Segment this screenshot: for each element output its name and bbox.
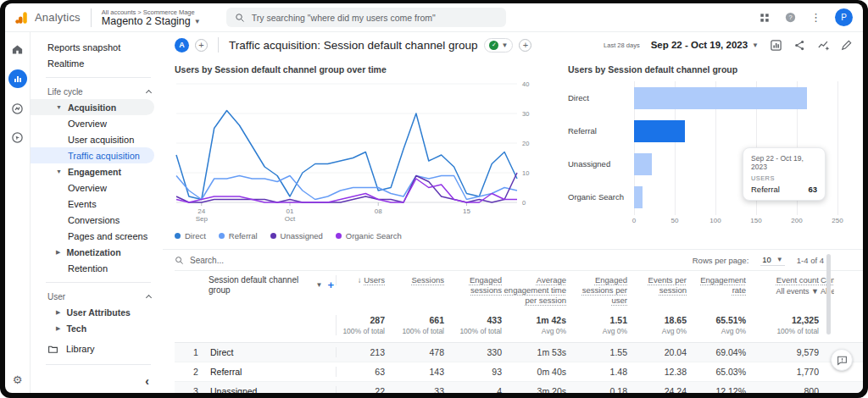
add-workspace-button[interactable]: +: [195, 39, 208, 52]
bar-row-direct: Direct: [568, 81, 841, 114]
workspace-badge[interactable]: A: [175, 38, 189, 53]
column-header-users[interactable]: ↓ Users: [336, 275, 387, 285]
column-header-sessions[interactable]: Sessions: [387, 275, 446, 285]
apps-grid-icon[interactable]: [759, 12, 771, 24]
row-number: 3: [193, 386, 200, 393]
row-value-cell: 65.03%: [688, 367, 748, 377]
tooltip-date: Sep 22 - Oct 19, 2023: [751, 154, 817, 171]
legend-dot-icon: [219, 233, 225, 239]
bar-unassigned[interactable]: [634, 153, 652, 175]
sidebar-item-monetization[interactable]: ▶ Monetization: [31, 244, 163, 260]
legend-item-unassigned[interactable]: Unassigned: [270, 231, 323, 240]
legend-item-organic-search[interactable]: Organic Search: [336, 231, 402, 240]
vertical-scrollbar[interactable]: [826, 254, 831, 334]
bar-organic-search[interactable]: [634, 186, 643, 208]
sidebar-item-traffic-acquisition[interactable]: Traffic acquisition: [31, 147, 154, 163]
row-name-cell: 3Unassigned: [175, 386, 336, 393]
column-header-engaged-sessions-per-user[interactable]: Engaged sessions per user: [568, 275, 629, 306]
row-value-cell: 800: [748, 386, 821, 393]
share-icon[interactable]: [793, 39, 806, 52]
item-label: Engagement: [68, 167, 121, 177]
search-icon: [235, 13, 245, 23]
chevron-down-icon: ▼: [752, 41, 759, 49]
totals-cell: 1m 42sAvg 0%: [504, 315, 568, 335]
table-row-direct[interactable]: 1Direct2134783301m 53s1.5520.0469.04%9,5…: [175, 343, 863, 362]
svg-text:15: 15: [463, 207, 470, 215]
dimension-label: Session default channel group: [209, 275, 310, 296]
bar-direct[interactable]: [634, 87, 807, 109]
sidebar-item-realtime[interactable]: Realtime: [31, 55, 163, 71]
global-search-input[interactable]: Try searching "where did my users come f…: [226, 8, 506, 27]
table-search-input[interactable]: Search...: [175, 256, 224, 265]
report-header: A + Traffic acquisition: Session default…: [163, 32, 863, 58]
legend-item-referral[interactable]: Referral: [219, 231, 258, 240]
tooltip-metric: USERS: [751, 174, 817, 182]
sidebar-item-events[interactable]: Events: [31, 196, 163, 212]
bar-referral[interactable]: [634, 120, 685, 142]
item-label: Monetization: [66, 247, 120, 257]
sidebar-item-tech[interactable]: ▶ Tech: [31, 320, 163, 336]
legend-item-direct[interactable]: Direct: [175, 231, 206, 240]
date-range-value: Sep 22 - Oct 19, 2023: [651, 40, 748, 50]
feedback-button[interactable]: [831, 349, 853, 371]
sidebar-section-life-cycle[interactable]: Life cycle: [31, 84, 163, 99]
top-bar: Analytics All accounts > Scommerce Mage …: [5, 3, 863, 32]
x-tick-label: 250: [832, 217, 843, 224]
help-icon[interactable]: ?: [784, 11, 797, 24]
sidebar-item-pages-and-screens[interactable]: Pages and screens: [31, 228, 163, 244]
legend-dot-icon: [270, 233, 276, 239]
explore-icon[interactable]: [9, 100, 26, 117]
column-header-events-per-session[interactable]: Events per session: [629, 275, 688, 296]
more-menu-icon[interactable]: ⋮: [810, 14, 821, 22]
series-direct: [176, 111, 517, 200]
sidebar-item-conversions[interactable]: Conversions: [31, 212, 163, 228]
line-chart[interactable]: 01020304024Sep01Oct0815: [175, 76, 537, 227]
comparison-icon[interactable]: [770, 39, 782, 52]
analytics-logo[interactable]: Analytics: [14, 10, 81, 25]
advertising-icon[interactable]: [9, 129, 26, 146]
sidebar-item-reports-snapshot[interactable]: Reports snapshot: [31, 39, 163, 55]
expand-arrow-icon: ▼: [56, 169, 62, 174]
report-status-badge[interactable]: ✓ ▼: [484, 38, 513, 53]
reports-icon[interactable]: [8, 69, 27, 88]
totals-value: 12,325: [748, 315, 819, 325]
sidebar-item-library[interactable]: Library: [31, 340, 163, 358]
column-header-dimension[interactable]: Session default channel group▼+: [175, 275, 336, 296]
column-header-engagement-rate[interactable]: Engagement rate: [688, 275, 748, 296]
home-icon[interactable]: [9, 41, 26, 58]
rows-per-page-select[interactable]: 10 ▼: [760, 255, 785, 266]
totals-sub: 100% of total: [337, 327, 385, 335]
table-row-referral[interactable]: 2Referral63143930m 40s1.4812.3865.03%1,7…: [175, 362, 863, 382]
edit-pencil-icon[interactable]: [841, 39, 853, 51]
avatar[interactable]: P: [835, 8, 853, 26]
sidebar-item-user-acquisition[interactable]: User acquisition: [31, 131, 163, 147]
property-switcher[interactable]: All accounts > Scommerce Mage Magento 2 …: [102, 8, 201, 27]
sidebar-item-acquisition-overview[interactable]: Overview: [31, 115, 163, 131]
add-report-button[interactable]: +: [519, 39, 531, 52]
column-header-event-count[interactable]: Event countAll events ▼: [748, 275, 821, 296]
chevron-down-icon: ▼: [315, 280, 322, 290]
insights-icon[interactable]: [817, 39, 830, 52]
charts-row: Users by Session default channel group o…: [163, 58, 863, 246]
column-sub-filter[interactable]: All events ▼: [748, 286, 819, 296]
date-range-picker[interactable]: Sep 22 - Oct 19, 2023 ▼: [651, 40, 759, 50]
admin-gear-icon[interactable]: ⚙: [13, 373, 23, 386]
collapsed-arrow-icon: ▶: [56, 309, 60, 316]
legend-label: Referral: [229, 231, 258, 240]
column-header-engaged-sessions[interactable]: Engaged sessions: [446, 275, 504, 296]
sidebar-item-engagement[interactable]: ▼ Engagement: [31, 163, 163, 180]
totals-sub: Avg 0%: [629, 327, 687, 335]
sidebar-item-user-attributes[interactable]: ▶ User Attributes: [31, 304, 163, 320]
table-row-unassigned[interactable]: 3Unassigned223343m 20s0.1824.2412.12%800: [175, 382, 863, 393]
row-value-cell: 1m 53s: [504, 347, 568, 357]
row-value-cell: 20.04: [629, 347, 688, 357]
sidebar-section-user[interactable]: User: [31, 289, 163, 304]
row-value-cell: 33: [387, 386, 446, 393]
sidebar-item-acquisition[interactable]: ▼ Acquisition: [31, 99, 154, 115]
add-column-button[interactable]: +: [327, 280, 334, 290]
column-header-average-engagement-time-per-session[interactable]: Average engagement time per session: [504, 275, 568, 306]
sidebar-item-engagement-overview[interactable]: Overview: [31, 180, 163, 196]
sidebar-item-retention[interactable]: Retention: [31, 260, 163, 276]
row-value-cell: 330: [446, 347, 504, 357]
collapse-sidebar-button[interactable]: ‹: [31, 371, 163, 393]
